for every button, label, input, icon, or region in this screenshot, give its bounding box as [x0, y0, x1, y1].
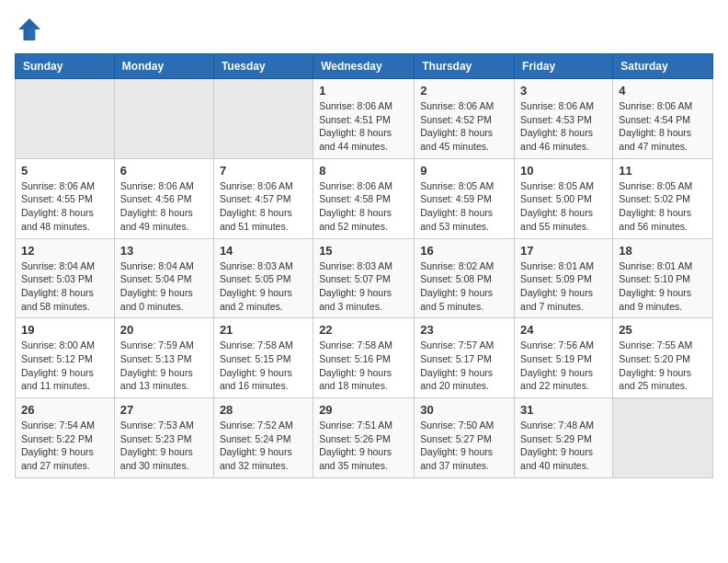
day-number: 31: [520, 403, 607, 417]
day-info: Sunrise: 8:04 AMSunset: 5:03 PMDaylight:…: [21, 259, 108, 314]
day-number: 2: [420, 84, 508, 98]
day-info: Sunrise: 8:02 AMSunset: 5:08 PMDaylight:…: [420, 259, 508, 314]
weekday-header-saturday: Saturday: [613, 54, 713, 79]
day-number: 22: [319, 323, 408, 337]
calendar-cell: 9Sunrise: 8:05 AMSunset: 4:59 PMDaylight…: [415, 158, 515, 238]
calendar-cell: 24Sunrise: 7:56 AMSunset: 5:19 PMDayligh…: [515, 318, 613, 398]
day-info: Sunrise: 8:06 AMSunset: 4:54 PMDaylight:…: [619, 99, 707, 154]
day-number: 23: [420, 323, 508, 337]
day-info: Sunrise: 8:06 AMSunset: 4:51 PMDaylight:…: [319, 99, 408, 154]
calendar-cell: 14Sunrise: 8:03 AMSunset: 5:05 PMDayligh…: [213, 238, 313, 318]
page-header: [15, 15, 713, 44]
day-number: 27: [120, 403, 208, 417]
day-info: Sunrise: 8:01 AMSunset: 5:10 PMDaylight:…: [619, 259, 707, 314]
calendar-week-row: 12Sunrise: 8:04 AMSunset: 5:03 PMDayligh…: [16, 238, 713, 318]
day-number: 28: [220, 403, 307, 417]
day-info: Sunrise: 7:58 AMSunset: 5:16 PMDaylight:…: [319, 339, 408, 393]
calendar-cell: 15Sunrise: 8:03 AMSunset: 5:07 PMDayligh…: [313, 238, 415, 318]
calendar-cell: 17Sunrise: 8:01 AMSunset: 5:09 PMDayligh…: [515, 238, 613, 318]
day-info: Sunrise: 8:05 AMSunset: 5:00 PMDaylight:…: [520, 179, 607, 234]
day-number: 19: [21, 323, 108, 337]
calendar-cell: 27Sunrise: 7:53 AMSunset: 5:23 PMDayligh…: [114, 398, 213, 478]
calendar-cell: 25Sunrise: 7:55 AMSunset: 5:20 PMDayligh…: [613, 318, 713, 398]
day-number: 9: [420, 164, 508, 178]
calendar-cell: 1Sunrise: 8:06 AMSunset: 4:51 PMDaylight…: [313, 79, 415, 159]
day-info: Sunrise: 8:05 AMSunset: 4:59 PMDaylight:…: [420, 179, 508, 234]
day-info: Sunrise: 8:03 AMSunset: 5:07 PMDaylight:…: [319, 259, 408, 314]
calendar-cell: 21Sunrise: 7:58 AMSunset: 5:15 PMDayligh…: [213, 318, 313, 398]
weekday-header-row: SundayMondayTuesdayWednesdayThursdayFrid…: [16, 54, 713, 79]
day-number: 24: [520, 323, 607, 337]
calendar-cell: 2Sunrise: 8:06 AMSunset: 4:52 PMDaylight…: [415, 79, 515, 159]
day-info: Sunrise: 8:06 AMSunset: 4:55 PMDaylight:…: [21, 179, 108, 234]
day-info: Sunrise: 8:01 AMSunset: 5:09 PMDaylight:…: [520, 259, 607, 314]
calendar-cell: 19Sunrise: 8:00 AMSunset: 5:12 PMDayligh…: [16, 318, 115, 398]
calendar-week-row: 26Sunrise: 7:54 AMSunset: 5:22 PMDayligh…: [16, 398, 713, 478]
calendar-week-row: 5Sunrise: 8:06 AMSunset: 4:55 PMDaylight…: [16, 158, 713, 238]
calendar-cell: 20Sunrise: 7:59 AMSunset: 5:13 PMDayligh…: [114, 318, 213, 398]
day-number: 12: [21, 244, 108, 258]
logo-icon: [15, 15, 44, 44]
calendar-cell: 16Sunrise: 8:02 AMSunset: 5:08 PMDayligh…: [415, 238, 515, 318]
day-number: 8: [319, 164, 408, 178]
calendar-cell: 12Sunrise: 8:04 AMSunset: 5:03 PMDayligh…: [16, 238, 115, 318]
calendar-cell: 28Sunrise: 7:52 AMSunset: 5:24 PMDayligh…: [213, 398, 313, 478]
day-info: Sunrise: 7:58 AMSunset: 5:15 PMDaylight:…: [220, 339, 307, 393]
weekday-header-tuesday: Tuesday: [213, 54, 313, 79]
day-number: 17: [520, 244, 607, 258]
day-info: Sunrise: 8:00 AMSunset: 5:12 PMDaylight:…: [21, 339, 108, 393]
weekday-header-monday: Monday: [114, 54, 213, 79]
calendar-cell: 13Sunrise: 8:04 AMSunset: 5:04 PMDayligh…: [114, 238, 213, 318]
weekday-header-wednesday: Wednesday: [313, 54, 415, 79]
day-number: 18: [619, 244, 707, 258]
day-info: Sunrise: 8:06 AMSunset: 4:52 PMDaylight:…: [420, 99, 508, 154]
calendar-cell: 11Sunrise: 8:05 AMSunset: 5:02 PMDayligh…: [613, 158, 713, 238]
calendar-cell: 18Sunrise: 8:01 AMSunset: 5:10 PMDayligh…: [613, 238, 713, 318]
day-number: 29: [319, 403, 408, 417]
day-info: Sunrise: 7:59 AMSunset: 5:13 PMDaylight:…: [120, 339, 208, 393]
day-number: 20: [120, 323, 208, 337]
calendar-cell: 6Sunrise: 8:06 AMSunset: 4:56 PMDaylight…: [114, 158, 213, 238]
calendar-cell: 22Sunrise: 7:58 AMSunset: 5:16 PMDayligh…: [313, 318, 415, 398]
calendar-week-row: 19Sunrise: 8:00 AMSunset: 5:12 PMDayligh…: [16, 318, 713, 398]
day-info: Sunrise: 8:04 AMSunset: 5:04 PMDaylight:…: [120, 259, 208, 314]
day-number: 16: [420, 244, 508, 258]
day-number: 4: [619, 84, 707, 98]
calendar-cell: 31Sunrise: 7:48 AMSunset: 5:29 PMDayligh…: [515, 398, 613, 478]
day-info: Sunrise: 7:56 AMSunset: 5:19 PMDaylight:…: [520, 339, 607, 393]
day-number: 10: [520, 164, 607, 178]
calendar-cell: [16, 79, 115, 159]
day-info: Sunrise: 7:48 AMSunset: 5:29 PMDaylight:…: [520, 419, 607, 473]
calendar-cell: [114, 79, 213, 159]
day-info: Sunrise: 7:50 AMSunset: 5:27 PMDaylight:…: [420, 419, 508, 473]
day-number: 13: [120, 244, 208, 258]
calendar-cell: [213, 79, 313, 159]
day-info: Sunrise: 7:57 AMSunset: 5:17 PMDaylight:…: [420, 339, 508, 393]
day-number: 1: [319, 84, 408, 98]
weekday-header-friday: Friday: [515, 54, 613, 79]
day-info: Sunrise: 7:54 AMSunset: 5:22 PMDaylight:…: [21, 419, 108, 473]
day-number: 7: [220, 164, 307, 178]
calendar-cell: 23Sunrise: 7:57 AMSunset: 5:17 PMDayligh…: [415, 318, 515, 398]
weekday-header-thursday: Thursday: [415, 54, 515, 79]
calendar-week-row: 1Sunrise: 8:06 AMSunset: 4:51 PMDaylight…: [16, 79, 713, 159]
day-info: Sunrise: 7:51 AMSunset: 5:26 PMDaylight:…: [319, 419, 408, 473]
calendar-cell: [613, 398, 713, 478]
calendar-cell: 26Sunrise: 7:54 AMSunset: 5:22 PMDayligh…: [16, 398, 115, 478]
day-number: 25: [619, 323, 707, 337]
day-info: Sunrise: 8:06 AMSunset: 4:58 PMDaylight:…: [319, 179, 408, 234]
calendar-cell: 4Sunrise: 8:06 AMSunset: 4:54 PMDaylight…: [613, 79, 713, 159]
day-number: 30: [420, 403, 508, 417]
day-info: Sunrise: 8:06 AMSunset: 4:57 PMDaylight:…: [220, 179, 307, 234]
day-info: Sunrise: 8:06 AMSunset: 4:53 PMDaylight:…: [520, 99, 607, 154]
day-info: Sunrise: 8:03 AMSunset: 5:05 PMDaylight:…: [220, 259, 307, 314]
day-number: 15: [319, 244, 408, 258]
day-number: 5: [21, 164, 108, 178]
calendar-cell: 8Sunrise: 8:06 AMSunset: 4:58 PMDaylight…: [313, 158, 415, 238]
calendar-table: SundayMondayTuesdayWednesdayThursdayFrid…: [15, 53, 713, 478]
day-info: Sunrise: 8:06 AMSunset: 4:56 PMDaylight:…: [120, 179, 208, 234]
calendar-cell: 7Sunrise: 8:06 AMSunset: 4:57 PMDaylight…: [213, 158, 313, 238]
calendar-cell: 10Sunrise: 8:05 AMSunset: 5:00 PMDayligh…: [515, 158, 613, 238]
day-number: 26: [21, 403, 108, 417]
day-info: Sunrise: 8:05 AMSunset: 5:02 PMDaylight:…: [619, 179, 707, 234]
